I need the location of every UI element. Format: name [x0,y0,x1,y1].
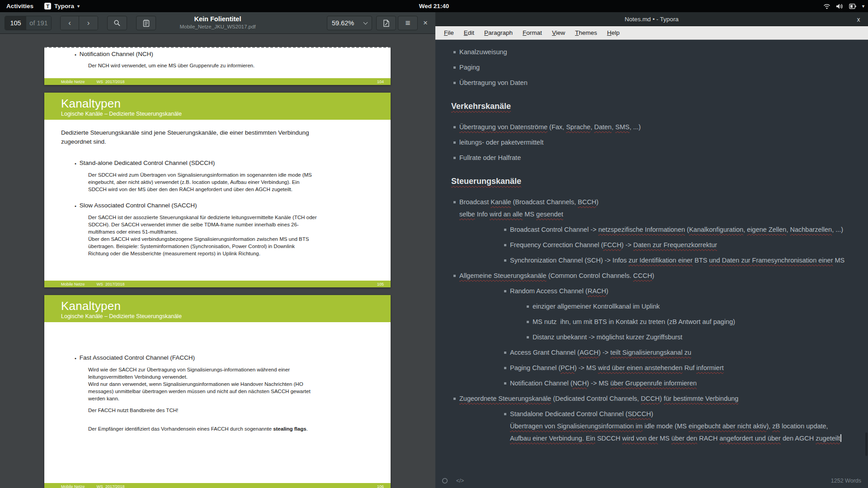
footer-term: WS 2017/2018 [97,282,125,286]
misspelled-text: eigene Zellen [747,226,786,233]
outline-toggle-icon[interactable] [442,478,448,484]
misspelled-text: BCCH [578,198,596,206]
typora-list-item[interactable]: Broadcast Control Channel -> netzspezifi… [451,224,859,236]
menu-edit[interactable]: Edit [460,28,478,38]
text: ) [596,198,599,206]
typora-list-item[interactable]: Frequency Correction Channel (FCCH) -> D… [451,239,859,251]
menu-file[interactable]: File [440,28,458,38]
typora-list-item[interactable]: Übertragung von Daten [451,77,859,89]
typora-list-item[interactable]: Paging [451,61,859,74]
source-code-mode-icon[interactable]: </> [456,478,464,484]
document-filename: Mobile_Netze_JKU_WS2017.pdf [123,23,313,30]
text: Frequency Correction Channel ( [510,241,603,249]
typora-list-item[interactable]: Paging Channel (PCH) -> MS wird über ein… [451,362,859,374]
menu-themes[interactable]: Themes [571,28,601,38]
wifi-icon [823,3,830,9]
typora-list-item[interactable]: Fullrate oder Halfrate [451,152,859,164]
slide-bullet-body: Der Empfänger identifiziert das Vorhande… [88,418,381,432]
activities-button[interactable]: Activities [0,0,40,12]
pdf-page-106: Kanaltypen Logische Kanäle – Dedizierte … [44,295,391,488]
misspelled-text: Kanalkonfiguration [689,226,743,233]
typora-list-item[interactable]: Broadcast Kanäle (Broadcast Channels, BC… [451,196,859,221]
typora-list-item[interactable]: Standalone Dedicated Control Channel (SD… [451,408,859,445]
typora-content[interactable]: KanalzuweisungPagingÜbertragung von Date… [435,40,868,474]
pdf-canvas[interactable]: • Notification Channel (NCH) Der NCH wir… [0,34,435,488]
square-bullet-icon [527,321,529,323]
previous-page-button[interactable]: ‹ [61,16,79,30]
typora-heading[interactable]: Steuerungskanäle [451,175,859,188]
footer-page-number: 104 [377,80,384,84]
word-count[interactable]: 1252 Words [831,478,861,484]
bullet-icon: • [75,51,76,59]
system-status-area[interactable]: ▾ [823,0,864,12]
slide-title: Kanaltypen [61,299,391,313]
pdf-window-close-button[interactable]: × [420,16,431,30]
typora-close-button[interactable]: x [854,12,863,26]
clock[interactable]: Wed 21:40 [419,3,449,9]
typora-list-item[interactable]: Kanalzuweisung [451,46,859,58]
misspelled-text: Nachbarzellen [790,226,832,233]
misspelled-text: zur Identifikation einer [628,257,693,264]
misspelled-text: wird an alle [490,211,523,218]
menu-format[interactable]: Format [519,28,546,38]
typora-menubar: File Edit Paragraph Format View Themes H… [435,26,868,40]
scrollbar-thumb[interactable] [865,432,868,456]
misspelled-text: Steuerungskanäle [451,177,521,186]
misspelled-text: NCH [573,380,587,387]
typora-list-item[interactable]: Synchronization Channel (SCH) -> Infos z… [451,254,859,267]
misspelled-text: Verkehrskanäle [451,102,511,111]
square-bullet-icon [453,157,456,159]
body-text-bold: stealing flags [273,426,307,432]
document-title: Kein Folientitel [123,14,313,23]
misspelled-text: SMS [615,123,629,131]
next-page-button[interactable]: › [79,16,98,30]
misspelled-text: eingebucht aber nicht aktiv [689,422,767,430]
page-number-input[interactable]: 105 [5,16,26,30]
app-menu[interactable]: T Typora ▾ [40,0,84,12]
annotate-document-button[interactable] [376,16,396,30]
text: Standalone Dedicated Control Channel ( [510,410,627,418]
text: ( [685,226,689,233]
slide-bullet-title: Stand-alone Dedicated Control Channel (S… [80,160,215,168]
typora-list-item[interactable]: einziger allgemeiner Kontrollkanal im Up… [451,300,859,313]
typora-list-item[interactable]: leitungs- oder paketvermittelt [451,136,859,149]
typora-list-item[interactable]: MS nutz ihn, um mit BTS in Kontakt zu tr… [451,316,859,328]
square-bullet-icon [453,201,456,203]
text: ) [652,272,654,279]
text: einziger allgemeiner Kontrollkanal im Up… [533,303,660,310]
slide-subtitle: Logische Kanäle – Dedizierte Steuerungsk… [61,110,391,117]
typora-list-item[interactable]: Allgemeine Steuerungskanäle (Common Cont… [451,270,859,282]
typora-list-item[interactable]: Random Access Channel (RACH) [451,285,859,297]
misspelled-text: Allgemeine Steuerungskanäle [459,272,547,279]
typora-list-item[interactable]: Notification Channel (NCH) -> MS über Gr… [451,377,859,389]
text: MS nutz ihn, um mit BTS in Kontakt zu tr… [533,318,735,325]
misspelled-text: Kanäle [491,198,511,206]
square-bullet-icon [504,367,506,369]
page-number-entry[interactable]: 105 of 191 [5,16,52,30]
slide-bullet-body: Der SACCH ist der assoziierte Steuerungs… [88,214,381,257]
chevron-down-icon: ▾ [862,4,864,9]
misspelled-text: zugeteilt [816,435,840,442]
main-menu-button[interactable]: ≡ [398,16,418,30]
menu-view[interactable]: View [548,28,569,38]
square-bullet-icon [504,229,506,231]
typora-list-item[interactable]: Zugeordnete Steuerungskanäle (Dedicated … [451,393,859,405]
text: , ...) [832,226,843,233]
typora-list-item[interactable]: Access Grant Channel (AGCH) -> teilt Sig… [451,347,859,359]
menu-help[interactable]: Help [603,28,624,38]
text: SDCCH [595,435,623,442]
typora-heading[interactable]: Verkehrskanäle [451,100,859,113]
typora-list-item[interactable]: Übertragung von Datenströme (Fax, Sprach… [451,121,859,133]
text: Ruf [683,364,697,371]
typora-titlebar[interactable]: Notes.md • - Typora x [435,12,868,26]
misspelled-text: SDCCH [627,410,651,418]
search-icon [113,19,121,27]
typora-list-item[interactable]: Distanz unbekannt -> möglichst kurzer Zu… [451,331,859,343]
slide-header: Kanaltypen Logische Kanäle – Dedizierte … [44,295,391,322]
menu-paragraph[interactable]: Paragraph [480,28,517,38]
text: (Broadcast Channels, [511,198,578,206]
zoom-level-dropdown[interactable]: 59.62% [327,16,372,30]
typora-app-icon: T [44,3,51,9]
chevron-down-icon: ▾ [77,4,80,9]
square-bullet-icon [504,244,506,246]
